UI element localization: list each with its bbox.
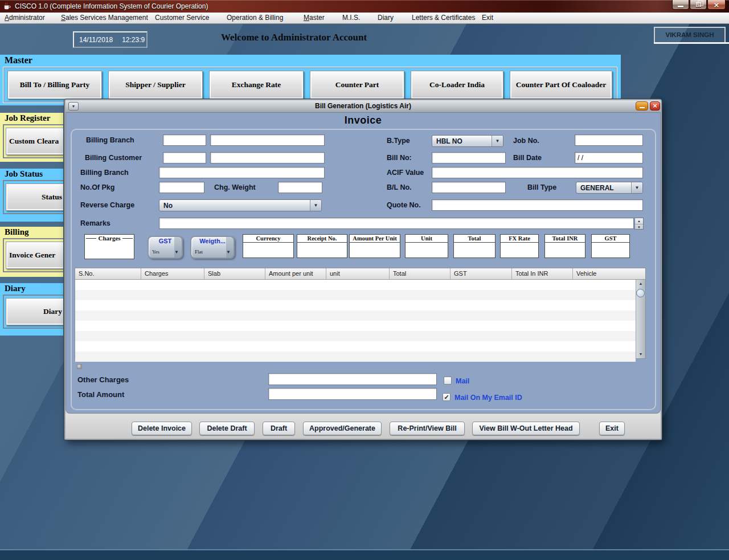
menu-exit[interactable]: Exit <box>482 13 493 23</box>
currency-input[interactable] <box>243 242 294 258</box>
diary-button[interactable]: Diary <box>6 298 63 325</box>
remarks-spinner[interactable]: ▲ ▼ <box>634 218 644 230</box>
menu-administrator[interactable]: Administrator <box>5 13 45 23</box>
custom-clearance-button[interactable]: Custom Cleara <box>6 128 63 155</box>
minimize-button[interactable] <box>672 0 689 10</box>
column-header-gst[interactable]: GST <box>450 268 512 279</box>
shipper-supplier-button[interactable]: Shipper / Supplier <box>108 71 203 99</box>
column-header-total-in-inr[interactable]: Total In INR <box>512 268 573 279</box>
menu-mis[interactable]: M.I.S. <box>342 13 360 23</box>
mail-on-email-checkbox[interactable]: ✓ <box>443 393 450 401</box>
amount-per-unit-field: Amount Per Unit <box>349 234 400 258</box>
other-charges-input[interactable] <box>268 373 437 385</box>
dialog-minimize-button[interactable] <box>636 101 648 111</box>
delete-draft-button[interactable]: Delete Draft <box>199 422 255 435</box>
bill-to-billing-party-button[interactable]: Bill To / Billing Party <box>7 71 102 99</box>
billing-customer-code-input[interactable] <box>163 152 206 163</box>
counter-part-of-coaloader-button[interactable]: Counter Part Of Coaloader <box>510 71 612 99</box>
remarks-label: Remarks <box>80 219 110 227</box>
job-no-input[interactable] <box>575 134 643 146</box>
job-register-section: Job Register Custom Cleara <box>0 113 63 162</box>
unit-input[interactable] <box>405 242 448 258</box>
charges-table: S.No. Charges Slab Amount per unit unit … <box>75 268 646 359</box>
scrollbar-thumb[interactable] <box>636 289 645 297</box>
column-header-unit[interactable]: unit <box>326 268 390 279</box>
btype-label: B.Type <box>387 137 410 145</box>
table-scrollbar[interactable]: ▲ ▼ <box>636 280 645 358</box>
remarks-input[interactable] <box>159 218 634 229</box>
close-button[interactable]: × <box>707 0 726 10</box>
menu-letters-certificates[interactable]: Letters & Certificates <box>412 13 475 23</box>
minimize-icon <box>678 6 683 7</box>
mail-checkbox[interactable] <box>444 377 452 385</box>
counter-part-button[interactable]: Counter Part <box>310 71 404 99</box>
chevron-down-icon: ▼ <box>226 250 231 255</box>
receipt-no-input[interactable] <box>297 242 347 258</box>
table-row <box>75 351 636 362</box>
column-header-slab[interactable]: Slab <box>204 268 265 279</box>
menu-customer-service[interactable]: Customer Service <box>155 13 209 23</box>
billing-customer-name-input[interactable] <box>210 152 325 163</box>
bill-date-input[interactable] <box>575 152 643 163</box>
delete-invoice-button[interactable]: Delete Invoice <box>132 422 192 435</box>
scroll-down-icon[interactable]: ▼ <box>636 350 645 358</box>
quote-no-input[interactable] <box>432 199 643 211</box>
exit-button[interactable]: Exit <box>599 422 625 435</box>
acif-value-input[interactable] <box>432 167 643 178</box>
total-amount-input[interactable] <box>268 388 437 400</box>
job-no-label: Job No. <box>513 137 539 145</box>
bill-date-label: Bill Date <box>513 154 542 162</box>
status-button[interactable]: Status <box>6 183 63 211</box>
total-label: Total <box>453 234 495 242</box>
gst-panel: GST Yes ▼ <box>148 236 183 259</box>
restore-button[interactable] <box>690 0 707 10</box>
billing-branch-code-input[interactable] <box>163 134 206 146</box>
menu-sales-services-management[interactable]: Sales Services Management <box>61 13 148 23</box>
co-loader-india-button[interactable]: Co-Loader India <box>411 71 503 99</box>
invoice-generation-button[interactable]: Invoice Gener <box>6 242 63 269</box>
gst-label: GST <box>591 234 630 242</box>
diary-title: Diary <box>0 283 63 293</box>
dialog-menu-button[interactable]: ▼ <box>68 102 79 111</box>
column-header-total[interactable]: Total <box>390 268 450 279</box>
restore-icon <box>696 2 701 7</box>
chg-weight-input[interactable] <box>278 182 322 193</box>
dialog-close-button[interactable]: × <box>650 101 660 111</box>
weight-dropdown[interactable]: Flat ▼ <box>195 249 224 255</box>
column-header-charges[interactable]: Charges <box>141 268 204 279</box>
checkmark-icon: ✓ <box>444 394 449 400</box>
billing-branch-name-input[interactable] <box>210 134 325 146</box>
total-input[interactable] <box>453 242 495 258</box>
application-window: CISCO 1.0 (Complete Information System o… <box>0 0 729 560</box>
column-header-sno[interactable]: S.No. <box>75 268 141 279</box>
gst-input[interactable] <box>591 242 630 258</box>
menu-diary[interactable]: Diary <box>378 13 394 23</box>
charges-fieldset[interactable]: Charges <box>84 234 134 259</box>
gst-dropdown[interactable]: Yes ▼ <box>152 249 172 255</box>
amount-per-unit-input[interactable] <box>349 242 400 258</box>
btype-dropdown[interactable]: HBL NO ▼ <box>432 135 503 147</box>
column-header-vehicle[interactable]: Vehicle <box>573 268 645 279</box>
draft-button[interactable]: Draft <box>263 422 295 435</box>
reverse-charge-dropdown[interactable]: No ▼ <box>159 199 322 211</box>
fx-rate-input[interactable] <box>500 242 539 258</box>
reprint-view-bill-button[interactable]: Re-Print/View Bill <box>390 422 465 435</box>
exchange-rate-button[interactable]: Exchange Rate <box>209 71 304 99</box>
column-header-amount-per-unit[interactable]: Amount per unit <box>265 268 326 279</box>
view-bill-wout-letterhead-button[interactable]: View Bill W-Out Letter Head <box>472 422 580 435</box>
menu-operation-billing[interactable]: Operation & Billing <box>227 13 283 23</box>
approved-generate-button[interactable]: Approved/Generate <box>303 422 382 435</box>
table-row <box>75 280 636 290</box>
bill-type-value: GENERAL <box>576 184 631 192</box>
no-of-pkg-input[interactable] <box>159 182 204 193</box>
billing-branch2-input[interactable] <box>159 167 325 178</box>
billing-branch2-label: Billing Branch <box>80 169 129 177</box>
job-status-title: Job Status <box>0 169 63 179</box>
total-inr-label: Total INR <box>544 234 585 242</box>
bill-no-input[interactable] <box>432 152 506 163</box>
bill-type-dropdown[interactable]: GENERAL ▼ <box>576 182 643 194</box>
bl-no-input[interactable] <box>432 182 506 193</box>
scroll-up-icon[interactable]: ▲ <box>636 280 645 288</box>
total-inr-input[interactable] <box>544 242 585 258</box>
menu-master[interactable]: Master <box>304 13 325 23</box>
